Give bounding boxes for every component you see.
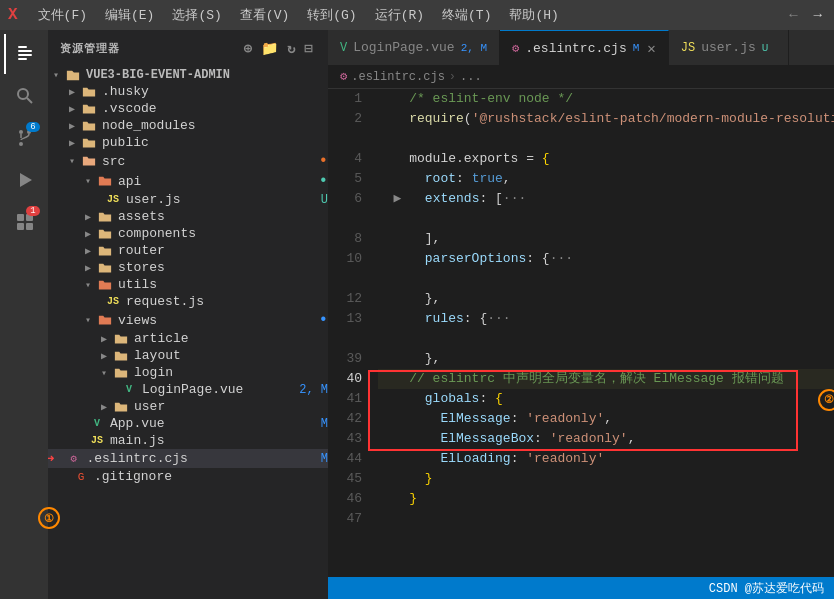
tab-loginpage-badge: 2, M — [461, 42, 487, 54]
tree-item-api[interactable]: ▾ api • — [48, 171, 328, 191]
tab-loginpage-vue[interactable]: V LoginPage.vue 2, M — [328, 30, 500, 65]
main-layout: 6 1 资源管理器 ⊕ 📁 ↻ ⊟ ▾ VUE3-BIG-EVENT-AD — [0, 30, 834, 599]
tab-eslintrc-cjs[interactable]: ⚙ .eslintrc.cjs M ✕ — [500, 30, 669, 65]
nav-forward[interactable]: → — [810, 5, 826, 25]
editor-content[interactable]: 1 2 4 5 6 8 10 12 13 39 40 41 42 43 44 4 — [328, 89, 834, 577]
tree-item-request-js[interactable]: JS request.js — [48, 293, 328, 310]
new-folder-icon[interactable]: 📁 — [259, 38, 281, 59]
tree-item-views[interactable]: ▾ views • — [48, 310, 328, 330]
svg-rect-3 — [18, 58, 27, 60]
code-line-12: }, — [378, 289, 834, 309]
tree-label-components: components — [118, 226, 328, 241]
tab-js-icon: JS — [681, 41, 695, 55]
tree-root[interactable]: ▾ VUE3-BIG-EVENT-ADMIN — [48, 67, 328, 83]
eslintrc-badge: M — [321, 452, 328, 466]
tree-item-stores[interactable]: ▶ stores — [48, 259, 328, 276]
tree-item-utils[interactable]: ▾ utils — [48, 276, 328, 293]
tree-label-loginpage-vue: LoginPage.vue — [142, 382, 291, 397]
menu-file[interactable]: 文件(F) — [30, 4, 95, 26]
tree-item-article[interactable]: ▶ article — [48, 330, 328, 347]
tab-user-js-label: user.js — [701, 40, 756, 55]
tree-item-src[interactable]: ▾ src • — [48, 151, 328, 171]
menu-edit[interactable]: 编辑(E) — [97, 4, 162, 26]
menu-view[interactable]: 查看(V) — [232, 4, 297, 26]
tree-item-eslintrc-cjs[interactable]: ➜ ⚙ .eslintrc.cjs M — [48, 449, 328, 468]
tab-eslintrc-badge: M — [633, 42, 640, 54]
tree-item-user-folder[interactable]: ▶ user — [48, 398, 328, 415]
tab-close-icon[interactable]: ✕ — [647, 40, 655, 57]
new-file-icon[interactable]: ⊕ — [242, 38, 255, 59]
tree-item-husky[interactable]: ▶ .husky — [48, 83, 328, 100]
tree-label-user-js: user.js — [126, 192, 313, 207]
code-line-1: /* eslint-env node */ — [378, 89, 834, 109]
tree-label-request-js: request.js — [126, 294, 328, 309]
tree-item-app-vue[interactable]: V App.vue M — [48, 415, 328, 432]
code-line-5: root: true, — [378, 169, 834, 189]
tab-bar: V LoginPage.vue 2, M ⚙ .eslintrc.cjs M ✕… — [328, 30, 834, 65]
sidebar-title: 资源管理器 — [60, 41, 120, 56]
tree-item-public[interactable]: ▶ public — [48, 134, 328, 151]
tree-label-node-modules: node_modules — [102, 118, 328, 133]
src-dot: • — [318, 152, 328, 170]
tree-item-router[interactable]: ▶ router — [48, 242, 328, 259]
code-line-10: parserOptions: {··· — [378, 249, 834, 269]
activity-run[interactable] — [4, 160, 44, 200]
svg-rect-12 — [17, 223, 24, 230]
activity-explorer[interactable] — [4, 34, 44, 74]
tree-item-user-js[interactable]: JS user.js U — [48, 191, 328, 208]
refresh-icon[interactable]: ↻ — [285, 38, 298, 59]
code-line-41: globals: { — [378, 389, 834, 409]
status-bar: CSDN @苏达爱吃代码 — [328, 577, 834, 599]
extensions-badge: 1 — [26, 206, 40, 216]
menu-terminal[interactable]: 终端(T) — [434, 4, 499, 26]
activity-search[interactable] — [4, 76, 44, 116]
tree-label-login: login — [134, 365, 328, 380]
root-label: VUE3-BIG-EVENT-ADMIN — [86, 68, 328, 82]
svg-point-8 — [19, 142, 23, 146]
app-icon: X — [8, 6, 18, 24]
tree-item-vscode[interactable]: ▶ .vscode — [48, 100, 328, 117]
tree-label-api: api — [118, 174, 314, 189]
tree-item-loginpage-vue[interactable]: V LoginPage.vue 2, M — [48, 381, 328, 398]
code-line-47 — [378, 509, 834, 529]
tree-label-src: src — [102, 154, 314, 169]
breadcrumb-file: .eslintrc.cjs — [351, 70, 445, 84]
tree-item-layout[interactable]: ▶ layout — [48, 347, 328, 364]
svg-line-5 — [27, 98, 32, 103]
code-line-43: ElMessageBox: 'readonly', — [378, 429, 834, 449]
arrow-marker-1: ➜ — [48, 450, 54, 467]
activity-source-control[interactable]: 6 — [4, 118, 44, 158]
collapse-icon[interactable]: ⊟ — [303, 38, 316, 59]
code-area[interactable]: ② /* eslint-env node */ require('@rushst… — [370, 89, 834, 577]
menu-help[interactable]: 帮助(H) — [501, 4, 566, 26]
tree-label-utils: utils — [118, 277, 328, 292]
tree-label-stores: stores — [118, 260, 328, 275]
breadcrumb-rest: ... — [460, 70, 482, 84]
nav-back[interactable]: ← — [785, 5, 801, 25]
menu-run[interactable]: 运行(R) — [367, 4, 432, 26]
tree-item-gitignore[interactable]: G .gitignore — [48, 468, 328, 485]
tree-item-components[interactable]: ▶ components — [48, 225, 328, 242]
svg-rect-10 — [17, 214, 24, 221]
tree-label-router: router — [118, 243, 328, 258]
svg-rect-0 — [18, 46, 27, 48]
tree-label-layout: layout — [134, 348, 328, 363]
sidebar: 资源管理器 ⊕ 📁 ↻ ⊟ ▾ VUE3-BIG-EVENT-ADMIN ▶ .… — [48, 30, 328, 599]
code-line-13: rules: {··· — [378, 309, 834, 329]
tab-user-js[interactable]: JS user.js U — [669, 30, 789, 65]
loginpage-badge: 2, M — [299, 383, 328, 397]
code-line-40: // eslintrc 中声明全局变量名，解决 ElMessage 报错问题 — [378, 369, 834, 389]
code-line-7 — [378, 209, 834, 229]
svg-rect-2 — [18, 54, 32, 56]
status-text: CSDN @苏达爱吃代码 — [709, 580, 824, 597]
activity-extensions[interactable]: 1 — [4, 202, 44, 242]
tree-item-main-js[interactable]: JS main.js — [48, 432, 328, 449]
code-line-11 — [378, 269, 834, 289]
tree-item-assets[interactable]: ▶ assets — [48, 208, 328, 225]
menu-select[interactable]: 选择(S) — [164, 4, 229, 26]
breadcrumb-icon: ⚙ — [340, 69, 347, 84]
code-line-6: ▶ extends: [··· — [378, 189, 834, 209]
menu-goto[interactable]: 转到(G) — [299, 4, 364, 26]
tree-item-node-modules[interactable]: ▶ node_modules — [48, 117, 328, 134]
tree-item-login[interactable]: ▾ login — [48, 364, 328, 381]
